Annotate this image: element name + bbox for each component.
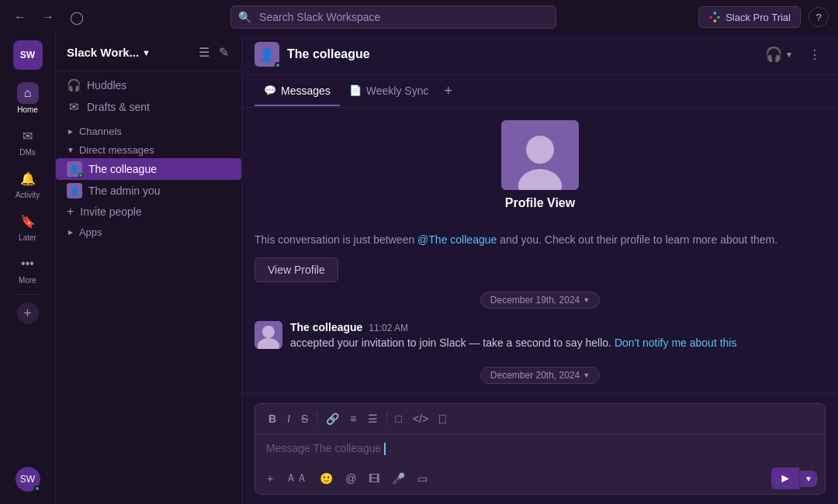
- profile-avatar-large: [501, 120, 579, 190]
- svg-rect-1: [714, 12, 716, 14]
- svg-point-4: [526, 136, 554, 164]
- toolbar-divider-1: [317, 412, 317, 426]
- filter-icon[interactable]: ☰: [197, 43, 211, 61]
- add-workspace-button[interactable]: +: [17, 302, 39, 324]
- intro-message-block: This conversation is just between @The c…: [255, 232, 798, 282]
- icon-sidebar: SW ⌂ Home ✉ DMs 🔔 Activity 🔖 Later ••• M…: [0, 34, 56, 504]
- mention-button[interactable]: @: [341, 470, 360, 487]
- apps-arrow-icon: ►: [67, 228, 74, 236]
- message-input-field[interactable]: Message The colleague: [255, 434, 825, 463]
- add-tab-button[interactable]: +: [438, 75, 459, 107]
- bold-button[interactable]: B: [265, 410, 280, 427]
- weekly-sync-tab-icon: 📄: [349, 85, 362, 96]
- chat-header: 👤 The colleague 🎧 ▼ ⋮: [242, 34, 838, 75]
- intro-message-text: This conversation is just between @The c…: [255, 232, 798, 248]
- later-icon: 🔖: [17, 210, 39, 232]
- workspace-dropdown-icon: ▼: [142, 48, 151, 57]
- strikethrough-button[interactable]: S: [297, 410, 312, 427]
- user-avatar[interactable]: SW: [16, 467, 40, 492]
- workspace-avatar[interactable]: SW: [13, 40, 43, 70]
- date-badge-1[interactable]: December 19th, 2024 ▼: [480, 292, 600, 309]
- tab-weekly-sync[interactable]: 📄 Weekly Sync: [340, 77, 438, 106]
- workspace-header: Slack Work... ▼ ☰ ✎: [56, 34, 241, 71]
- dm-item-colleague[interactable]: 👤 The colleague: [56, 158, 241, 180]
- help-button[interactable]: ?: [809, 7, 829, 27]
- back-button[interactable]: ←: [9, 7, 31, 27]
- admin-avatar: 👤: [67, 183, 82, 198]
- input-placeholder-text[interactable]: Message The colleague: [255, 434, 825, 463]
- more-options-button[interactable]: ⋮: [804, 44, 826, 65]
- search-input[interactable]: [230, 5, 556, 29]
- unordered-list-button[interactable]: ☰: [364, 410, 382, 427]
- ordered-list-button[interactable]: ≡: [346, 410, 360, 427]
- activity-icon: 🔔: [17, 167, 39, 189]
- code-block-button[interactable]: ⎕: [435, 410, 449, 427]
- nav-controls: ← → ◯: [9, 7, 88, 28]
- pro-trial-label: Slack Pro Trial: [725, 12, 791, 23]
- dont-notify-link[interactable]: Don't notify me about this: [615, 337, 737, 349]
- tab-messages[interactable]: 💬 Messages: [255, 77, 340, 106]
- invite-people-item[interactable]: + Invite people: [56, 202, 241, 222]
- activity-label: Activity: [16, 191, 40, 199]
- view-profile-button[interactable]: View Profile: [255, 257, 338, 282]
- search-icon: 🔍: [238, 11, 251, 23]
- later-label: Later: [19, 233, 36, 242]
- input-box: B I S 🔗 ≡ ☰ □ </> ⎕ Message The colleagu…: [255, 403, 826, 495]
- date-chevron-icon: ▼: [583, 296, 590, 304]
- block-button[interactable]: □: [392, 410, 406, 427]
- nav-section: 🎧 Huddles ✉ Drafts & sent: [56, 71, 241, 121]
- emoji-button[interactable]: 🙂: [316, 470, 337, 487]
- apps-item[interactable]: ► Apps: [56, 222, 241, 240]
- history-button[interactable]: ◯: [65, 7, 88, 28]
- italic-button[interactable]: I: [283, 410, 294, 427]
- svg-rect-3: [714, 19, 716, 22]
- channels-header[interactable]: ► Channels: [56, 121, 241, 140]
- dms-label: DMs: [19, 148, 36, 157]
- link-button[interactable]: 🔗: [322, 410, 343, 427]
- toolbar-divider-2: [386, 412, 387, 426]
- workspace-name[interactable]: Slack Work... ▼: [67, 46, 151, 59]
- date-divider-1: December 19th, 2024 ▼: [255, 292, 826, 309]
- messages-area[interactable]: Profile View This conversation is just b…: [242, 108, 838, 393]
- mention-link[interactable]: @The colleague: [417, 233, 497, 246]
- dm-header[interactable]: ▼ Direct messages: [56, 140, 241, 158]
- channels-arrow-icon: ►: [67, 127, 74, 136]
- add-attachment-button[interactable]: +: [263, 470, 277, 487]
- message-time-1: 11:02 AM: [369, 323, 408, 333]
- dms-icon: ✉: [17, 125, 39, 147]
- more-tools-button[interactable]: ▭: [414, 470, 431, 487]
- forward-button[interactable]: →: [37, 7, 59, 27]
- chat-header-left: 👤 The colleague: [255, 42, 370, 67]
- huddles-item[interactable]: 🎧 Huddles: [56, 74, 241, 96]
- audio-dropdown-icon: ▼: [785, 50, 793, 59]
- send-message-button[interactable]: ►: [771, 468, 799, 489]
- sidebar-item-dms[interactable]: ✉ DMs: [6, 120, 50, 161]
- colleague-avatar: 👤: [67, 161, 82, 177]
- sidebar-item-more[interactable]: ••• More: [6, 248, 50, 289]
- drafts-item[interactable]: ✉ Drafts & sent: [56, 96, 241, 118]
- svg-rect-0: [710, 16, 712, 19]
- date-badge-2[interactable]: December 20th, 2024 ▼: [480, 367, 600, 384]
- message-text-1: accepted your invitation to join Slack —…: [290, 335, 826, 351]
- compose-icon[interactable]: ✎: [217, 43, 230, 61]
- code-button[interactable]: </>: [409, 410, 432, 427]
- dm-item-admin[interactable]: 👤 The admin you: [56, 180, 241, 202]
- headphone-icon: 🎧: [67, 78, 81, 92]
- sidebar-item-later[interactable]: 🔖 Later: [6, 205, 50, 247]
- more-icon: •••: [17, 253, 39, 274]
- sidebar-item-home[interactable]: ⌂ Home: [6, 78, 50, 119]
- colleague-online-dot: [78, 173, 83, 178]
- search-bar: 🔍: [230, 5, 556, 29]
- text-format-button[interactable]: ＡＡ: [282, 469, 311, 488]
- video-button[interactable]: 🎞: [365, 470, 383, 487]
- audio-button[interactable]: 🎧 ▼: [760, 43, 798, 66]
- audio-record-button[interactable]: 🎤: [388, 470, 409, 487]
- send-button-group: ► ▼: [771, 468, 817, 489]
- send-options-dropdown[interactable]: ▼: [799, 471, 817, 487]
- dm-arrow-icon: ▼: [67, 146, 74, 154]
- main-layout: SW ⌂ Home ✉ DMs 🔔 Activity 🔖 Later ••• M…: [0, 34, 838, 504]
- sidebar-item-activity[interactable]: 🔔 Activity: [6, 163, 50, 204]
- slack-pro-trial-button[interactable]: Slack Pro Trial: [698, 6, 801, 28]
- profile-figure-svg: [513, 128, 567, 190]
- message-content-1: The colleague 11:02 AM accepted your inv…: [290, 321, 826, 351]
